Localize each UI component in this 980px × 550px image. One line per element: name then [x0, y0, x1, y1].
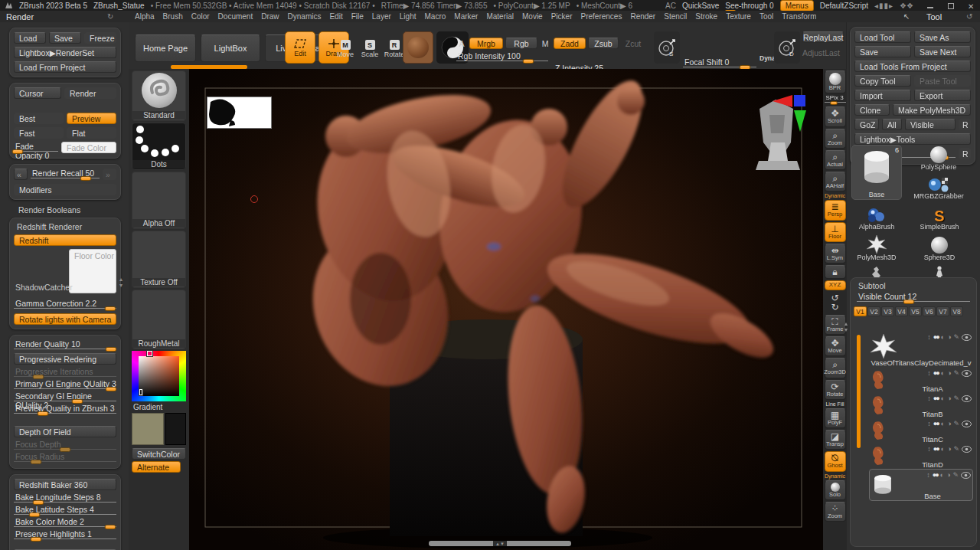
tab-v7[interactable]: V7 [936, 306, 949, 316]
secondary-color-swatch[interactable] [165, 413, 186, 445]
primary-gi-slider[interactable]: Primary GI Engine QUality 3 [14, 379, 116, 391]
zscript-label[interactable]: DefaultZScript [820, 2, 868, 10]
eye-icon[interactable] [962, 421, 972, 427]
replay-settings-button[interactable]: D [774, 31, 800, 64]
axis-gizmo[interactable] [771, 90, 817, 138]
uv-toggle[interactable]: ◐ [941, 369, 945, 377]
move-3d-button[interactable]: ✥Move [825, 336, 846, 356]
frame-button[interactable]: ⛶Frame [825, 315, 846, 335]
uv-toggle[interactable]: ◐ [941, 333, 945, 341]
redshift-button[interactable]: Redshift [14, 234, 116, 246]
half-toggle[interactable]: ◑ [947, 420, 951, 427]
list-icon[interactable]: ↕ [927, 420, 931, 427]
tool-refresh-icon[interactable]: ↺ [966, 12, 972, 21]
make-polymesh3d-button[interactable]: Make PolyMesh3D [893, 104, 971, 116]
spix-slider[interactable]: SPix 3 [825, 95, 846, 105]
progressive-rendering-button[interactable]: Progressive Redering [14, 353, 116, 365]
paste-tool-button[interactable]: Paste Tool [914, 75, 971, 87]
subtool-row-base-selected[interactable]: ↕●●◐◑✎ Base [869, 469, 973, 501]
focal-shift-slider[interactable]: Focal Shift 0 [683, 57, 756, 70]
polypaint-toggle[interactable]: ●● [933, 471, 938, 479]
actual-button[interactable]: ⌕Actual [825, 150, 846, 170]
rgb-toggle[interactable]: Rgb [505, 38, 537, 49]
half-toggle[interactable]: ◑ [947, 394, 951, 402]
clone-button[interactable]: Clone [854, 104, 890, 116]
lsym-button[interactable]: ⇹L.Sym [825, 244, 846, 264]
brush-icon[interactable]: ✎ [953, 369, 959, 377]
uv-toggle[interactable]: ◐ [941, 394, 945, 402]
tool-thumb-base-big[interactable]: 6 Base [851, 145, 902, 200]
import-button[interactable]: Import [854, 90, 911, 101]
tool-thumb-polymesh3d[interactable]: PolyMesh3D [847, 232, 906, 261]
scrollbar-arrows-icon[interactable]: ▲▼ [493, 541, 507, 546]
tab-v2[interactable]: V2 [867, 306, 880, 316]
menus-button[interactable]: Menus [780, 0, 814, 11]
menu-render[interactable]: Render [630, 12, 655, 21]
polypaint-toggle[interactable]: ●● [933, 445, 939, 453]
tool-thumb-mrgbzgrabber[interactable]: MRGBZGrabber [906, 172, 971, 200]
menu-alpha[interactable]: Alpha [135, 12, 155, 21]
switchcolor-button[interactable]: SwitchColor [132, 448, 186, 460]
palette-config-icon[interactable]: ❖❖ [900, 2, 913, 10]
rotate-cw-button[interactable]: ↻ [825, 301, 846, 313]
subtool-row-titanc[interactable]: ↕●●◐◑✎ TitanC [869, 418, 973, 444]
best-button[interactable]: Best [14, 113, 64, 124]
stroke-selector[interactable]: Dots [132, 123, 186, 170]
list-icon[interactable]: ↕ [927, 333, 931, 341]
uv-toggle[interactable]: ◐ [941, 420, 945, 427]
menu-color[interactable]: Color [191, 12, 210, 21]
menu-preferences[interactable]: Preferences [580, 12, 622, 21]
zcut-toggle[interactable]: Zcut [621, 38, 645, 49]
bpr-button[interactable]: BPR [825, 70, 846, 93]
color-picker[interactable] [132, 351, 186, 401]
eye-icon[interactable] [962, 334, 972, 341]
menu-layer[interactable]: Layer [372, 12, 391, 21]
zsub-toggle[interactable]: Zsub [588, 38, 619, 49]
subtool-title[interactable]: Subtool [858, 281, 976, 290]
load-tools-from-project-button[interactable]: Load Tools From Project [854, 61, 971, 72]
half-toggle[interactable]: ◑ [947, 333, 951, 341]
preview-quality-slider[interactable]: Preview Quality in ZBrush 3 [14, 404, 116, 416]
replay-last-button[interactable]: ReplayLast [802, 31, 844, 43]
tool-thumb-sphere3d[interactable]: Sphere3D [908, 232, 971, 261]
tab-v3[interactable]: V3 [881, 306, 894, 316]
half-toggle[interactable]: ◑ [946, 471, 950, 479]
secondary-gi-slider[interactable]: Secondary GI Engine QUality 2 [14, 391, 116, 404]
save-next-button[interactable]: Save Next [914, 46, 971, 57]
sv-cursor[interactable] [139, 389, 142, 395]
floor-button[interactable]: ⊥Floor [825, 222, 846, 242]
rgb-intensity-slider[interactable]: Rgb Intensity 100 [456, 51, 548, 64]
canvas-horizontal-scrollbar[interactable]: ▲▼ [429, 541, 571, 546]
zadd-toggle[interactable]: Zadd [554, 38, 586, 49]
zoom3d-button[interactable]: ⌕Zoom3D [825, 358, 846, 378]
redshift-renderer-label[interactable]: Redshift Renderer [17, 222, 116, 231]
render-booleans-label[interactable]: Render Booleans [18, 205, 129, 214]
brush-icon[interactable]: ✎ [953, 333, 959, 341]
load-tool-button[interactable]: Load Tool [854, 31, 911, 43]
eye-icon[interactable] [962, 446, 972, 453]
menu-document[interactable]: Document [218, 12, 253, 21]
current-material-button[interactable] [403, 31, 433, 64]
eye-icon[interactable] [962, 370, 972, 377]
tab-v1[interactable]: V1 [854, 306, 867, 316]
freeze-button[interactable]: Freeze [84, 32, 116, 44]
hue-cursor[interactable] [147, 351, 152, 356]
move-button[interactable]: M Move [334, 34, 357, 64]
focus-depth-slider[interactable]: Focus Depth [14, 440, 116, 452]
fade-color-swatch[interactable]: Fade Color [61, 142, 116, 153]
redshift-baker-button[interactable]: Redshift Baker 360 [14, 479, 116, 490]
menu-dynamics[interactable]: Dynamics [288, 12, 322, 21]
adjust-last-button[interactable]: AdjustLast [802, 47, 844, 58]
uv-toggle[interactable]: ◐ [940, 471, 944, 479]
subtool-row-titana[interactable]: ↕●●◐◑✎ TitanA [869, 368, 973, 393]
menu-macro[interactable]: Macro [425, 12, 446, 21]
list-icon[interactable]: ↕ [927, 445, 931, 453]
list-icon[interactable]: ↕ [927, 369, 931, 377]
flat-button[interactable]: Flat [67, 127, 116, 139]
list-icon[interactable]: ↕ [927, 394, 931, 402]
half-toggle[interactable]: ◑ [947, 369, 951, 377]
goz-button[interactable]: GoZ [854, 119, 879, 130]
eye-icon[interactable] [962, 395, 972, 402]
bake-color-mode-slider[interactable]: Bake Color Mode 2 [14, 517, 116, 529]
tab-v6[interactable]: V6 [923, 306, 936, 316]
